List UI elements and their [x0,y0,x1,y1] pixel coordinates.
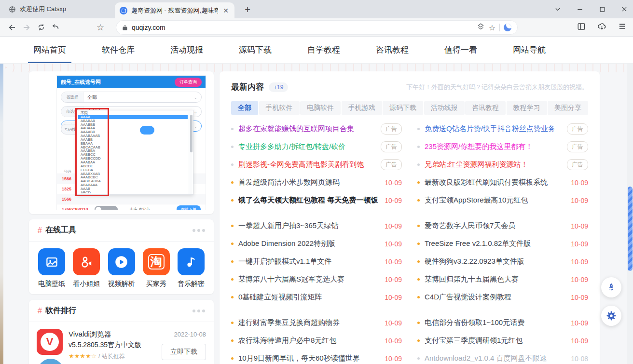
nav-item-link[interactable]: 网站导航 [495,37,564,63]
category-tab[interactable]: 教程学习 [507,101,547,115]
news-title-link[interactable]: 235资源网/你想要的我这里都有！ [425,142,561,151]
news-title-link[interactable]: Antdownload2_v1.0.4 百度网盘不限速 [425,354,565,363]
online-tools-card: # 在线工具 电脑壁纸看小姐姐视频解析淘买家秀音乐解密 [29,219,214,294]
chevron-down-icon: ⌄ [193,109,197,114]
dropdown-option[interactable]: ABCD [78,191,188,193]
news-title-link[interactable]: 剧迷影视-全网免费高清电影美剧看到饱 [238,160,375,169]
download-now-button[interactable]: 立即下载 [162,344,206,360]
dropdown-option[interactable]: 不限 [78,111,188,115]
bookmark-star-icon[interactable]: ☆ [489,23,495,32]
category-tab[interactable]: 美图分享 [548,101,588,115]
refresh-button[interactable] [34,23,48,31]
tool-item[interactable]: 视频解析 [106,248,138,288]
news-title-link[interactable]: 最新改良版彩虹代刷知识付费模板系统 [425,178,565,187]
news-title-link[interactable]: C4D广告视觉设计案例教程 [425,293,565,302]
news-title-link[interactable]: 建行财富季集豆兑换商超购物券 [238,318,379,327]
category-tab[interactable]: 手机游戏 [342,101,382,115]
category-tab[interactable]: 咨讯教程 [465,101,506,115]
layers-icon[interactable] [477,23,485,33]
more-dots-icon[interactable] [193,229,205,232]
news-item: 免费送Q钻名片赞/快手抖音粉丝点赞业务广告 [417,120,588,138]
nav-item-link[interactable]: 活动现报 [152,37,221,63]
news-title-link[interactable]: 某博第八十六届黑S冠军竞选大赛 [238,275,379,284]
page-body: 靓号_在线选号网 订单查询 省选择全部⌄市选择全部市⌄类型选择不限⌄ 号码搜索 … [0,64,633,364]
news-title-link[interactable]: 支付宝领AppStore最高10元红包 [425,196,565,205]
news-item: 农行珠海特邀用户必中8元红包10-09 [231,332,402,350]
news-title-link[interactable]: 0基础建立短视频引流矩阵 [238,293,379,302]
back-to-top-button[interactable] [601,277,621,297]
news-title-link[interactable]: 电信部分省份领取1~100元话费 [425,318,565,327]
dropdown-option[interactable]: AAABAA [78,161,188,164]
news-item: 支付宝第三季度调研领1元红包10-09 [417,332,588,350]
news-title-link[interactable]: 专业拼多多助力/拆红包/转盘/砍价 [238,142,375,151]
dropdown-option[interactable]: AAAB [78,187,188,191]
category-tab[interactable]: 全部 [231,101,258,115]
bullet-icon [417,339,420,342]
divider [499,24,500,31]
dropdown-option[interactable]: ABCDE [78,164,188,168]
number-picker-banner-card[interactable]: 靓号_在线选号网 订单查询 省选择全部⌄市选择全部市⌄类型选择不限⌄ 号码搜索 … [29,71,214,214]
dropdown-option[interactable]: AAABB [78,138,188,142]
nav-item-active[interactable]: 网站首页 [15,37,84,63]
news-title-link[interactable]: 饿了么每天领大额红包教程 每天免费一顿饭 [238,196,379,205]
news-title-link[interactable]: 硬件狗狗v3.2.22.0923单文件版 [425,257,565,266]
news-title-link[interactable]: 首发超级简洁小米步数网页源码 [238,178,379,187]
window-minimize-button[interactable] [576,6,584,13]
news-title-link[interactable]: 免费送Q钻名片赞/快手抖音粉丝点赞业务 [425,124,561,134]
order-online-button[interactable]: 在线下单 [177,205,201,210]
category-tab[interactable]: 源码下载 [383,101,423,115]
more-dots-icon[interactable] [193,310,205,312]
ad-badge: 广告 [567,123,588,135]
window-chevron-icon[interactable] [554,6,562,13]
menu-icon[interactable] [618,22,626,32]
news-title-link[interactable]: 爱奇艺数字人民币领7天会员 [425,221,565,230]
forward-button[interactable] [19,23,34,32]
nav-item-link[interactable]: 咨讯教程 [358,37,427,63]
news-title-link[interactable]: 兄弟站:红尘资源网福利资源站！ [425,160,561,169]
category-tab[interactable]: 活动线报 [424,101,465,115]
settings-button[interactable] [601,306,621,326]
news-title-link[interactable]: 某博回归第九十五届黑色大赛 [425,275,565,284]
browser-tab-active[interactable]: 趣奇资源网 - 残雪资源网,趣味奇妙 ✕ [115,2,234,18]
news-title-link[interactable]: 一键开启护眼模式v1.1单文件 [238,257,379,266]
dark-mode-moon-icon[interactable] [504,24,511,31]
browser-tab-welcome[interactable]: 欢迎使用 Catsxp [4,0,91,18]
new-tab-button[interactable]: + [241,3,254,16]
app-list-item[interactable]: V Vivaldi浏览器 v5.5.2805.35官方中文版 ★★★★☆ / 站… [29,322,214,361]
download-icon[interactable] [597,22,606,33]
news-title-link[interactable]: 一拳超人新用户抽3~365天绿钻 [238,221,379,230]
window-close-button[interactable] [620,6,628,13]
news-item: 235资源网/你想要的我这里都有！广告 [417,138,588,156]
category-tab[interactable]: 手机软件 [259,101,300,115]
news-item: Adobe Dimension 2022特别版10-09 [231,235,402,253]
bullet-icon [417,296,420,298]
home-star-icon[interactable]: ☆ [96,22,104,33]
latest-content-card: 最新内容 +19 下午好！外面的天气好吗？记得朵朵白云曾捎来朋友殷殷的祝福。 全… [220,71,600,364]
undo-button[interactable] [48,23,63,31]
split-view-icon[interactable] [577,22,586,33]
news-title-link[interactable]: 支付宝第三季度调研领1元红包 [425,336,565,345]
page-scrollbar[interactable] [627,64,633,364]
tool-item[interactable]: 淘买家秀 [140,248,172,288]
news-title-link[interactable]: TreeSize Free v2.1.0.82单文件版 [425,239,565,248]
nav-item-link[interactable]: 自学教程 [289,37,358,63]
category-tab[interactable]: 电脑软件 [300,101,341,115]
dropdown-option[interactable]: ABABAAA [78,183,188,187]
dropdown-option[interactable]: AAABAAAB [78,134,188,138]
news-title-link[interactable]: 超多在家就能赚钱的互联网项目合集 [238,124,375,134]
news-title-link[interactable]: 农行珠海特邀用户必中8元红包 [238,336,379,345]
nav-item-link[interactable]: 值得一看 [427,37,495,63]
nav-item-link[interactable]: 软件仓库 [84,37,152,63]
address-bar[interactable]: quqizy.com ☆ [116,20,518,35]
scrollbar-thumb[interactable] [628,187,633,271]
tab-close-icon[interactable]: ✕ [222,7,230,14]
tool-item[interactable]: 音乐解密 [175,248,207,288]
news-title-link[interactable]: Adobe Dimension 2022特别版 [238,239,379,248]
select-field[interactable]: 省选择全部⌄ [61,92,202,103]
tool-item[interactable]: 看小姐姐 [70,248,102,288]
nav-item-link[interactable]: 源码下载 [221,37,289,63]
news-title-link[interactable]: 10月9日新闻早讯，每天60秒读懂世界 [238,354,379,363]
back-button[interactable] [5,23,19,32]
tool-item[interactable]: 电脑壁纸 [36,248,68,288]
window-maximize-button[interactable] [598,6,606,13]
